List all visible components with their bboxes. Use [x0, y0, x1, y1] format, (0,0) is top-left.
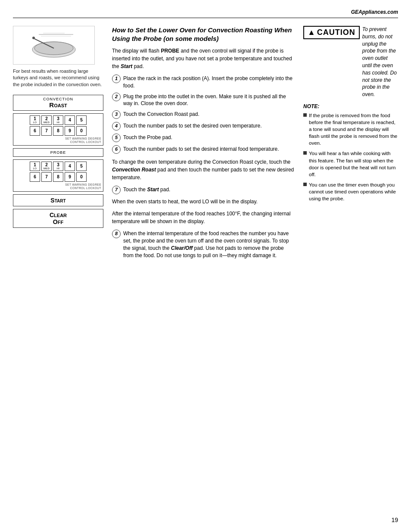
panel2-small-label: Probe	[16, 150, 100, 155]
step-2: 2 Plug the probe into the outlet in the …	[112, 93, 295, 108]
step-text-4: Touch the number pads to set the desired…	[123, 122, 262, 130]
key-2[interactable]: 2MED	[41, 115, 52, 125]
caution-text: To prevent burns, do not unplug the prob…	[362, 26, 398, 98]
page: GEAppliances.com For best	[0, 0, 411, 532]
note-bullet-2	[303, 151, 307, 155]
step-text-3: Touch the Convection Roast pad.	[123, 110, 199, 118]
step-3: 3 Touch the Convection Roast pad.	[112, 110, 295, 119]
step-1: 1 Place the rack in the rack position (A…	[112, 75, 295, 90]
key2-8[interactable]: 8	[53, 172, 63, 182]
left-column: For best results when roasting large tur…	[13, 26, 103, 262]
key-6[interactable]: 6	[30, 126, 40, 136]
probe-panel: Probe	[13, 148, 103, 157]
key2-6[interactable]: 6	[30, 172, 40, 182]
key-7[interactable]: 7	[41, 126, 52, 136]
note-bullet-3	[303, 183, 307, 186]
mid-text: To change the oven temperature during th…	[112, 158, 295, 181]
keypad1-row2: 6 7 8 9 0	[15, 126, 101, 136]
keypad1-note1: Set Warning Degree	[15, 137, 101, 140]
step-num-4: 4	[112, 122, 121, 131]
step-num-6: 6	[112, 145, 121, 154]
caution-triangle-icon: ▲	[308, 28, 315, 37]
key2-1[interactable]: 1LO	[30, 162, 40, 171]
key2-5[interactable]: 5	[76, 162, 87, 171]
step-8: 8 When the internal temperature of the f…	[112, 230, 295, 259]
off-label: OFF	[53, 218, 63, 225]
key2-3[interactable]: 3HI	[53, 162, 63, 171]
key-8[interactable]: 8	[53, 126, 63, 136]
caution-badge-wrapper: ▲ CAUTION	[303, 26, 360, 39]
step-text-7: Touch the Start pad.	[123, 186, 170, 193]
left-caption: For best results when roasting large tur…	[13, 68, 103, 88]
step-num-5: 5	[112, 134, 121, 142]
svg-point-3	[32, 37, 35, 39]
key-9[interactable]: 9	[65, 126, 75, 136]
note-item-3: You can use the timer even though you ca…	[303, 181, 398, 202]
key2-4[interactable]: 4	[65, 162, 75, 171]
caution-section: ▲ CAUTION To prevent burns, do not unplu…	[303, 26, 398, 98]
key-3[interactable]: 3HI	[53, 115, 63, 125]
convection-roast-panel: Convection Roast	[13, 95, 103, 111]
step-6: 6 Touch the number pads to set the desir…	[112, 145, 295, 154]
step-4: 4 Touch the number pads to set the desir…	[112, 122, 295, 131]
intro-text: The display will flash PROBE and the ove…	[112, 47, 295, 70]
after-100-text: After the internal temperature of the fo…	[112, 210, 295, 225]
middle-column: How to Set the Lower Oven for Convection…	[112, 26, 295, 262]
keypad2-row2: 6 7 8 9 0	[15, 172, 101, 182]
step-num-3: 3	[112, 110, 121, 119]
keypad2-note1: Set Warning Degree	[15, 183, 101, 186]
note-item-2: You will hear a fan while cooking with t…	[303, 150, 398, 177]
note-heading: NOTE:	[303, 103, 398, 109]
note-item-1: If the probe is removed from the food be…	[303, 112, 398, 146]
note-bullet-1	[303, 113, 307, 117]
keypad1: 1LO 2MED 3HI 4 5 6 7 8 9 0 Set Warning D…	[13, 113, 103, 146]
step-num-1: 1	[112, 75, 121, 83]
section-title: How to Set the Lower Oven for Convection…	[112, 26, 295, 43]
step-num-7: 7	[112, 186, 121, 194]
key-4[interactable]: 4	[65, 115, 75, 125]
steps-list: 1 Place the rack in the rack position (A…	[112, 75, 295, 154]
caution-word: CAUTION	[317, 28, 355, 37]
keypad1-row1: 1LO 2MED 3HI 4 5	[15, 115, 101, 125]
step-text-8: When the internal temperature of the foo…	[123, 230, 295, 259]
key2-9[interactable]: 9	[65, 172, 75, 182]
step-text-1: Place the rack in the rack position (A).…	[123, 75, 295, 90]
key-5[interactable]: 5	[76, 115, 87, 125]
step-num-2: 2	[112, 93, 121, 101]
keypad2: 1LO 2MED 3HI 4 5 6 7 8 9 0 Set Warning D…	[13, 159, 103, 192]
website-label: GEAppliances.com	[351, 9, 398, 15]
step-num-8: 8	[112, 230, 121, 238]
note-text-1: If the probe is removed from the food be…	[309, 112, 398, 146]
step-text-5: Touch the Probe pad.	[123, 134, 172, 141]
key2-7[interactable]: 7	[41, 172, 52, 182]
step-5: 5 Touch the Probe pad.	[112, 134, 295, 142]
step-7: 7 Touch the Start pad.	[112, 186, 295, 194]
keypad2-note2: Control Lockout	[15, 187, 101, 190]
page-header: GEAppliances.com	[13, 9, 398, 18]
start-button[interactable]: Start	[13, 194, 103, 206]
clear-label: CLEAR	[50, 212, 67, 218]
key-1[interactable]: 1LO	[30, 115, 40, 125]
clear-off-button[interactable]: CLEAR OFF	[13, 209, 103, 228]
key2-0[interactable]: 0	[76, 172, 87, 182]
note-text-3: You can use the timer even though you ca…	[309, 181, 398, 202]
right-column: ▲ CAUTION To prevent burns, do not unplu…	[303, 26, 398, 262]
panel1-big-label: Roast	[16, 101, 100, 109]
oven-illustration	[13, 26, 95, 65]
page-number: 19	[391, 516, 398, 523]
key2-2[interactable]: 2MED	[41, 162, 52, 171]
after-start-text: When the oven starts to heat, the word L…	[112, 198, 295, 205]
key-0[interactable]: 0	[76, 126, 87, 136]
note-text-2: You will hear a fan while cooking with t…	[309, 150, 398, 177]
panel1-small-label: Convection	[16, 97, 100, 101]
caution-badge: ▲ CAUTION	[303, 26, 360, 39]
keypad2-row1: 1LO 2MED 3HI 4 5	[15, 162, 101, 171]
main-content: For best results when roasting large tur…	[13, 26, 398, 262]
keypad1-note2: Control Lockout	[15, 140, 101, 143]
step-text-6: Touch the number pads to set the desired…	[123, 145, 279, 153]
step-text-2: Plug the probe into the outlet in the ov…	[123, 93, 295, 108]
